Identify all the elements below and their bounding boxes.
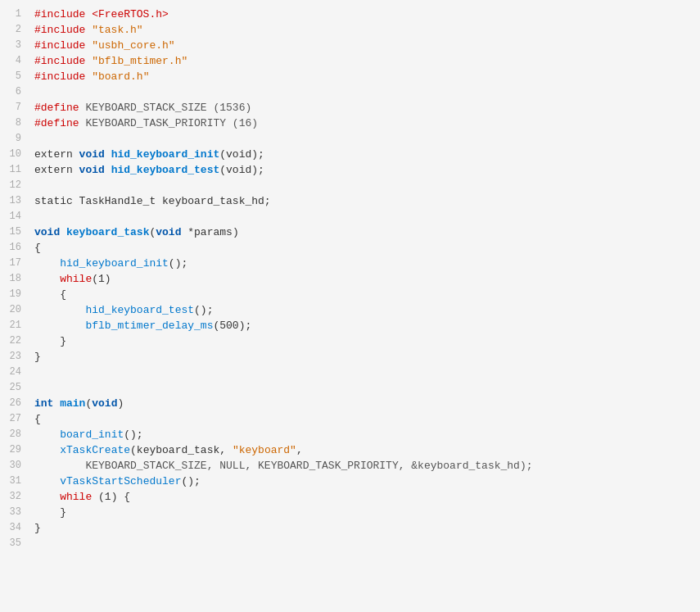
token: *params) [181, 226, 238, 238]
token: (); [124, 428, 142, 441]
line-number: 12 [0, 178, 31, 193]
code-line: 3#include "usbh_core.h" [0, 38, 700, 53]
token: (keyboard_task, [130, 444, 233, 456]
token: void [92, 397, 117, 410]
code-line: 10extern void hid_keyboard_init(void); [0, 147, 700, 162]
line-content: void keyboard_task(void *params) [31, 224, 700, 240]
line-number: 5 [0, 69, 31, 84]
line-content: #include "task.h" [31, 22, 700, 38]
line-content [31, 178, 700, 193]
token: (void); [219, 164, 264, 176]
token: (); [169, 257, 187, 270]
line-number: 32 [0, 489, 31, 505]
code-line: 29 xTaskCreate(keyboard_task, "keyboard"… [0, 442, 700, 458]
line-number: 3 [0, 38, 31, 53]
code-line: 34} [0, 520, 700, 536]
line-content: #include <FreeRTOS.h> [31, 7, 700, 22]
token: main [60, 397, 85, 410]
token: vTaskStartScheduler [60, 475, 181, 487]
line-content [31, 380, 700, 396]
code-line: 19 { [0, 287, 700, 302]
token: } [34, 351, 41, 363]
token [34, 460, 85, 472]
code-line: 21 bflb_mtimer_delay_ms(500); [0, 318, 700, 333]
line-number: 33 [0, 505, 31, 520]
line-number: 15 [0, 224, 31, 240]
token: hid_keyboard_init [111, 148, 220, 161]
token [34, 304, 85, 316]
token: "keyboard" [233, 444, 296, 456]
token: KEYBOARD_STACK_SIZE (1536) [85, 102, 251, 114]
token: void [79, 164, 111, 176]
code-line: 27{ [0, 411, 700, 427]
token [34, 475, 60, 487]
line-content: #include "bflb_mtimer.h" [31, 53, 700, 69]
token: keyboard_task [66, 226, 149, 238]
token: { [34, 242, 41, 254]
token: } [34, 522, 41, 534]
token [34, 491, 60, 503]
line-content: { [31, 411, 700, 427]
token: extern [34, 148, 79, 161]
line-content: board_init(); [31, 427, 700, 442]
line-content [31, 84, 700, 100]
code-line: 7#define KEYBOARD_STACK_SIZE (1536) [0, 100, 700, 116]
token: , [296, 444, 303, 456]
line-number: 26 [0, 396, 31, 411]
line-number: 6 [0, 84, 31, 100]
line-content: } [31, 333, 700, 349]
token: while [60, 273, 92, 285]
token: (500); [213, 320, 251, 332]
line-content [31, 365, 700, 380]
code-line: 31 vTaskStartScheduler(); [0, 474, 700, 489]
token: TaskHandle_t keyboard_task_hd; [79, 195, 271, 207]
code-line: 11extern void hid_keyboard_test(void); [0, 162, 700, 178]
token: "bflb_mtimer.h" [92, 55, 187, 67]
line-number: 8 [0, 116, 31, 131]
token: static [34, 195, 79, 207]
token: xTaskCreate [60, 444, 130, 456]
line-number: 34 [0, 520, 31, 536]
code-line: 16{ [0, 240, 700, 256]
token: void [79, 148, 111, 161]
line-content: extern void hid_keyboard_init(void); [31, 147, 700, 162]
line-number: 29 [0, 442, 31, 458]
line-content: #define KEYBOARD_STACK_SIZE (1536) [31, 100, 700, 116]
line-number: 24 [0, 365, 31, 380]
line-content: vTaskStartScheduler(); [31, 474, 700, 489]
line-number: 4 [0, 53, 31, 69]
line-number: 22 [0, 333, 31, 349]
line-number: 10 [0, 147, 31, 162]
token: #include [34, 39, 92, 52]
line-number: 25 [0, 380, 31, 396]
token: hid_keyboard_init [60, 257, 169, 270]
line-number: 7 [0, 100, 31, 116]
code-editor: 1#include <FreeRTOS.h>2#include "task.h"… [0, 0, 700, 612]
code-line: 26int main(void) [0, 396, 700, 411]
line-number: 9 [0, 131, 31, 147]
line-number: 18 [0, 271, 31, 287]
line-content: while(1) [31, 271, 700, 287]
line-content: #include "board.h" [31, 69, 700, 84]
code-line: 6 [0, 84, 700, 100]
code-line: 28 board_init(); [0, 427, 700, 442]
token: } [34, 506, 66, 519]
code-line: 9 [0, 131, 700, 147]
code-line: 30 KEYBOARD_STACK_SIZE, NULL, KEYBOARD_T… [0, 458, 700, 474]
code-line: 18 while(1) [0, 271, 700, 287]
line-content [31, 209, 700, 224]
code-line: 13static TaskHandle_t keyboard_task_hd; [0, 193, 700, 209]
token: hid_keyboard_test [111, 164, 220, 176]
token: (void); [219, 148, 264, 161]
code-line: 4#include "bflb_mtimer.h" [0, 53, 700, 69]
token: board_init [60, 428, 124, 441]
token: "board.h" [92, 70, 149, 83]
code-line: 8#define KEYBOARD_TASK_PRIORITY (16) [0, 116, 700, 131]
token: while [60, 491, 92, 503]
token [34, 320, 85, 332]
line-content: bflb_mtimer_delay_ms(500); [31, 318, 700, 333]
token: (); [181, 475, 200, 487]
code-line: 25 [0, 380, 700, 396]
line-number: 1 [0, 7, 31, 22]
code-line: 24 [0, 365, 700, 380]
